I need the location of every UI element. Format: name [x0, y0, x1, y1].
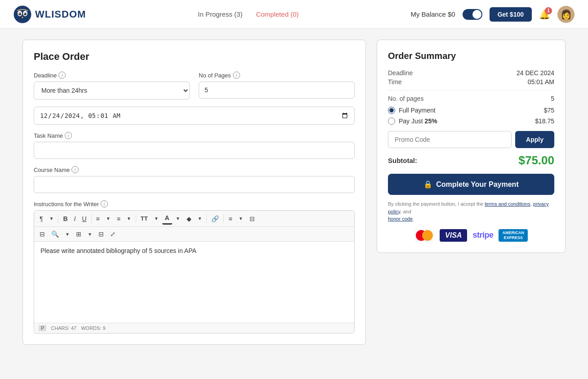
- task-name-input[interactable]: Annotation: [34, 142, 355, 159]
- pages-info-icon[interactable]: i: [233, 72, 240, 79]
- deadline-label: Deadline i: [34, 72, 190, 79]
- toolbar-divider-1: [58, 214, 58, 223]
- order-summary-card: Order Summary Deadline 24 DEC 2024 Time …: [377, 40, 566, 253]
- summary-divider-1: [388, 90, 554, 90]
- mc-circle-orange: [422, 230, 433, 241]
- toolbar-highlight-dropdown-btn[interactable]: ▼: [195, 214, 205, 223]
- editor-words: WORDS: 9: [81, 325, 105, 331]
- toolbar-paragraph-btn[interactable]: ¶: [37, 213, 46, 224]
- pages-label: No of Pages i: [199, 72, 355, 79]
- full-payment-option: Full Payment $75: [388, 107, 554, 114]
- notification-button[interactable]: 🔔 1: [539, 9, 550, 20]
- full-payment-left: Full Payment: [388, 107, 436, 114]
- toolbar-fontsize-btn[interactable]: TT: [138, 213, 151, 224]
- toolbar-indent-btn[interactable]: ⊟: [247, 213, 258, 224]
- visa-logo: VISA: [440, 229, 467, 242]
- summary-pages-value: 5: [551, 95, 554, 102]
- toolbar-highlight-btn[interactable]: ◆: [184, 213, 194, 224]
- svg-point-0: [14, 6, 31, 23]
- toolbar-indent-left-btn[interactable]: ⊟: [37, 229, 48, 239]
- toolbar-underline-btn[interactable]: U: [79, 213, 89, 224]
- editor-chars: CHARS: 47: [51, 325, 76, 331]
- toolbar-italic-btn[interactable]: I: [71, 213, 79, 224]
- lock-icon: 🔒: [423, 180, 432, 189]
- summary-pages-label: No. of pages: [388, 95, 423, 102]
- toolbar-fontsize-dropdown-btn[interactable]: ▼: [151, 214, 161, 223]
- pages-input[interactable]: [199, 81, 355, 99]
- balance-label: My Balance $0: [410, 10, 455, 18]
- avatar[interactable]: 👩: [557, 6, 575, 23]
- toolbar-layout-btn[interactable]: ⊞: [73, 229, 84, 239]
- datetime-input[interactable]: [34, 107, 355, 125]
- header-right: My Balance $0 Get $100 🔔 1 👩: [410, 6, 575, 23]
- apply-button[interactable]: Apply: [515, 131, 554, 148]
- toolbar-search-btn[interactable]: 🔍: [49, 229, 62, 239]
- logo-text: WLISDOM: [35, 9, 86, 20]
- toolbar-fontcolor-btn[interactable]: A: [162, 212, 172, 225]
- promo-input[interactable]: [388, 131, 512, 148]
- nav-in-progress[interactable]: In Progress (3): [198, 10, 242, 18]
- place-order-card: Place Order Deadline i More than 24hrs L…: [22, 40, 366, 345]
- toolbar-fullscreen-btn[interactable]: ⤢: [107, 229, 118, 239]
- toolbar-bold-btn[interactable]: B: [60, 213, 70, 224]
- subtotal-amount: $75.00: [518, 153, 554, 167]
- full-payment-radio[interactable]: [388, 107, 395, 114]
- course-info-icon[interactable]: i: [71, 166, 79, 173]
- toolbar-table-btn[interactable]: ⊟: [96, 229, 107, 239]
- toolbar-link-btn[interactable]: 🔗: [209, 213, 222, 224]
- summary-deadline-row: Deadline 24 DEC 2024: [388, 69, 554, 77]
- editor-paragraph-indicator: P: [39, 325, 46, 331]
- task-name-label: Task Name i: [34, 132, 355, 139]
- full-payment-label: Full Payment: [399, 107, 436, 114]
- toolbar-ordered-btn[interactable]: ≡: [114, 213, 123, 224]
- course-name-section: Course Name i Annotated Biblio: [34, 166, 355, 193]
- toolbar-search-dropdown-btn[interactable]: ▼: [62, 230, 72, 239]
- stripe-logo: stripe: [472, 230, 493, 240]
- instructions-info-icon[interactable]: i: [101, 200, 108, 208]
- pay-just-amount: $18.75: [535, 117, 554, 125]
- logo[interactable]: WLISDOM: [13, 5, 86, 23]
- header: WLISDOM In Progress (3) Completed (0) My…: [0, 0, 588, 29]
- nav-completed[interactable]: Completed (0): [256, 10, 298, 18]
- svg-point-3: [18, 13, 21, 15]
- pay-just-left: Pay Just 25%: [388, 117, 437, 125]
- toolbar-fontcolor-dropdown-btn[interactable]: ▼: [173, 214, 183, 223]
- subtotal-label: Subtotal:: [388, 157, 417, 164]
- pay-just-percent: 25%: [425, 117, 437, 125]
- theme-toggle[interactable]: [463, 9, 482, 20]
- toolbar-align-dropdown-btn[interactable]: ▼: [236, 214, 246, 223]
- course-name-label: Course Name i: [34, 166, 355, 173]
- toolbar-bullet-dropdown-btn[interactable]: ▼: [103, 214, 113, 223]
- task-info-icon[interactable]: i: [65, 132, 72, 139]
- honor-code-link[interactable]: honor code: [388, 216, 413, 221]
- summary-pages-row: No. of pages 5: [388, 95, 554, 102]
- subtotal-row: Subtotal: $75.00: [388, 153, 554, 167]
- editor-footer: P CHARS: 47 WORDS: 9: [34, 323, 354, 333]
- summary-time-row: Time 05:01 AM: [388, 78, 554, 86]
- toolbar-divider-2: [91, 214, 92, 223]
- toolbar-layout-dropdown-btn[interactable]: ▼: [85, 230, 95, 239]
- toolbar-divider-5: [223, 214, 224, 223]
- deadline-info-icon[interactable]: i: [58, 72, 66, 79]
- deadline-select[interactable]: More than 24hrs Less than 24hrs 6 hours: [34, 81, 190, 99]
- notification-badge: 1: [545, 7, 552, 14]
- owl-icon: [13, 5, 31, 23]
- pay-just-option: Pay Just 25% $18.75: [388, 117, 554, 125]
- summary-time-label: Time: [388, 78, 402, 86]
- mastercard-circles: [416, 230, 433, 241]
- toolbar-paragraph-dropdown-btn[interactable]: ▼: [47, 214, 57, 223]
- course-name-input[interactable]: Annotated Biblio: [34, 176, 355, 193]
- svg-point-6: [24, 13, 25, 14]
- get-100-button[interactable]: Get $100: [490, 7, 532, 22]
- summary-deadline-label: Deadline: [388, 69, 413, 77]
- pay-just-radio[interactable]: [388, 117, 395, 125]
- payment-logos: VISA stripe AMERICANEXPRESS: [388, 229, 554, 242]
- editor-content[interactable]: Please write annotated bibliography of 5…: [34, 242, 354, 323]
- pay-just-label: Pay Just 25%: [399, 117, 437, 125]
- toolbar-bullet-btn[interactable]: ≡: [94, 213, 102, 224]
- complete-payment-button[interactable]: 🔒 Complete Your Payment: [388, 174, 554, 195]
- summary-deadline-value: 24 DEC 2024: [517, 69, 554, 77]
- toolbar-align-btn[interactable]: ≡: [226, 213, 235, 224]
- terms-conditions-link[interactable]: terms and conditions: [485, 201, 530, 207]
- toolbar-ordered-dropdown-btn[interactable]: ▼: [124, 214, 134, 223]
